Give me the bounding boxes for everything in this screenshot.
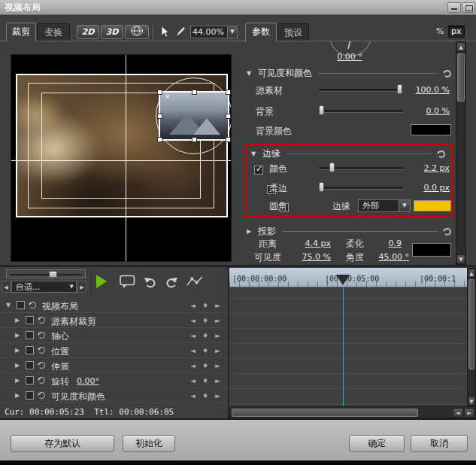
scroll-down-icon[interactable]: ▼ bbox=[468, 397, 475, 406]
handle-top-center[interactable] bbox=[192, 90, 197, 95]
ok-button[interactable]: 确定 bbox=[349, 435, 405, 452]
expand-icon[interactable]: ▶ bbox=[247, 228, 254, 235]
redo-button[interactable] bbox=[162, 275, 179, 290]
collapse-icon[interactable]: ▼ bbox=[6, 302, 11, 308]
expand-icon[interactable]: ▶ bbox=[15, 377, 20, 384]
next-keyframe-icon[interactable]: ► bbox=[215, 331, 220, 340]
tab-crop[interactable]: 裁剪 bbox=[6, 23, 36, 41]
comment-button[interactable] bbox=[117, 273, 137, 290]
cancel-button[interactable]: 取消 bbox=[411, 435, 468, 452]
row-checkbox[interactable] bbox=[26, 391, 34, 400]
background-slider[interactable] bbox=[319, 105, 403, 115]
row-checkbox[interactable] bbox=[26, 361, 34, 369]
reset-icon[interactable] bbox=[38, 392, 45, 399]
reset-icon[interactable] bbox=[444, 228, 451, 236]
tab-parameters[interactable]: 参数 bbox=[245, 23, 277, 41]
maximize-button[interactable] bbox=[462, 2, 475, 13]
reset-icon[interactable] bbox=[38, 377, 45, 384]
title-bar[interactable]: 视频布局 bbox=[0, 0, 476, 15]
slider-thumb[interactable] bbox=[329, 163, 335, 172]
collapse-icon[interactable]: ▼ bbox=[251, 150, 259, 157]
source-slider[interactable] bbox=[319, 84, 403, 94]
preset-prev-button[interactable]: ◀ bbox=[2, 281, 11, 293]
shadow-visibility-value[interactable]: 75.0 % bbox=[289, 252, 331, 262]
tree-row-visibility-color[interactable]: ▶ 可见度和颜色 ◄♦► bbox=[0, 388, 228, 403]
initialize-button[interactable]: 初始化 bbox=[123, 435, 175, 452]
tree-row-position[interactable]: ▶ 位置 ◄♦► bbox=[0, 343, 228, 358]
save-as-default-button[interactable]: 存为默认 bbox=[11, 435, 114, 452]
rotation-hot-value[interactable]: 0.00° bbox=[77, 376, 99, 386]
source-value[interactable]: 100.0 % bbox=[406, 85, 450, 95]
edge-mode-dropdown[interactable]: 外部 ▼ bbox=[358, 199, 411, 212]
tree-row-source-crop[interactable]: ▶ 源素材裁剪 ◄♦► bbox=[0, 313, 228, 328]
overlay-clip[interactable]: × bbox=[159, 91, 229, 141]
playhead-line[interactable] bbox=[343, 287, 344, 406]
scroll-up-icon[interactable]: ▲ bbox=[468, 269, 475, 278]
tree-row-stretch[interactable]: ▶ 伸展 ◄♦► bbox=[0, 358, 228, 373]
zoom-level-field[interactable]: 44.00% bbox=[190, 26, 228, 38]
reset-icon[interactable] bbox=[38, 317, 45, 324]
undo-button[interactable] bbox=[143, 275, 159, 290]
rotation-value[interactable]: 0.00 ° bbox=[316, 52, 384, 62]
add-keyframe-icon[interactable]: ♦ bbox=[202, 316, 208, 325]
handle-top-left[interactable] bbox=[157, 90, 162, 95]
add-keyframe-icon[interactable]: ♦ bbox=[202, 301, 208, 310]
unit-percent-toggle[interactable]: % bbox=[436, 26, 444, 36]
tree-row-rotation[interactable]: ▶ 旋转 0.00° ◄♦► bbox=[0, 373, 228, 388]
row-checkbox[interactable] bbox=[17, 301, 25, 309]
add-keyframe-icon[interactable]: ♦ bbox=[202, 331, 208, 340]
timeline-vscrollbar[interactable]: ▲ ▼ bbox=[467, 268, 476, 406]
timeline-ruler[interactable]: |00:00:00:00 |00:00:05:00 |00:00:1 bbox=[229, 268, 467, 287]
next-keyframe-icon[interactable]: ► bbox=[215, 391, 220, 400]
row-checkbox[interactable] bbox=[26, 316, 34, 324]
scrollbar-thumb[interactable] bbox=[457, 53, 465, 102]
background-value[interactable]: 0.0 % bbox=[406, 106, 450, 116]
reset-icon[interactable] bbox=[38, 362, 45, 369]
next-keyframe-icon[interactable]: ► bbox=[215, 301, 220, 310]
bg-color-swatch[interactable] bbox=[411, 124, 451, 135]
handle-mid-right[interactable] bbox=[226, 114, 231, 119]
reset-icon[interactable] bbox=[38, 347, 45, 354]
edge-color-swatch[interactable] bbox=[414, 200, 451, 211]
parameters-scrollbar[interactable]: ▲ ▼ bbox=[456, 41, 466, 265]
slider-thumb[interactable] bbox=[397, 84, 402, 94]
preview-canvas[interactable]: × bbox=[11, 54, 232, 262]
slider-thumb[interactable] bbox=[319, 182, 324, 192]
edge-color-value[interactable]: 2.2 px bbox=[406, 163, 450, 173]
scrollbar-thumb[interactable] bbox=[232, 409, 418, 417]
tab-transform[interactable]: 变换 bbox=[37, 23, 70, 41]
distance-value[interactable]: 4.4 px bbox=[289, 239, 331, 248]
handle-top-right[interactable] bbox=[226, 90, 231, 95]
add-keyframe-icon[interactable]: ♦ bbox=[202, 391, 208, 400]
soften-value[interactable]: 0.9 bbox=[374, 239, 402, 248]
next-keyframe-icon[interactable]: ► bbox=[215, 376, 220, 385]
scroll-right-icon[interactable]: ► bbox=[464, 408, 474, 418]
next-keyframe-icon[interactable]: ► bbox=[215, 316, 220, 325]
sphere-grid-button[interactable] bbox=[125, 25, 149, 39]
handle-bottom-right[interactable] bbox=[226, 137, 231, 142]
prev-keyframe-icon[interactable]: ◄ bbox=[190, 391, 196, 400]
collapse-icon[interactable]: ▼ bbox=[247, 70, 254, 77]
slider-thumb[interactable] bbox=[49, 271, 57, 278]
prev-keyframe-icon[interactable]: ◄ bbox=[190, 331, 196, 340]
prev-keyframe-icon[interactable]: ◄ bbox=[190, 301, 196, 310]
prev-keyframe-icon[interactable]: ◄ bbox=[190, 346, 196, 355]
prev-keyframe-icon[interactable]: ◄ bbox=[190, 316, 196, 325]
shadow-color-swatch[interactable] bbox=[412, 243, 451, 257]
expand-icon[interactable]: ▶ bbox=[15, 347, 20, 354]
edge-color-checkbox[interactable] bbox=[254, 166, 263, 175]
fit-preset-dropdown[interactable]: 自适... ▼ bbox=[11, 281, 77, 293]
expand-icon[interactable]: ▶ bbox=[15, 332, 20, 339]
angle-value[interactable]: 45.00 ° bbox=[367, 252, 409, 262]
row-checkbox[interactable] bbox=[26, 346, 34, 354]
reset-icon[interactable] bbox=[438, 150, 445, 158]
preset-next-button[interactable]: ▶ bbox=[77, 281, 86, 293]
edge-color-slider[interactable] bbox=[319, 163, 403, 172]
pen-tool-button[interactable] bbox=[173, 24, 189, 39]
expand-icon[interactable]: ▶ bbox=[15, 362, 20, 369]
playhead-marker[interactable] bbox=[336, 275, 350, 285]
reset-icon[interactable] bbox=[29, 302, 36, 308]
handle-mid-left[interactable] bbox=[157, 114, 162, 119]
add-keyframe-icon[interactable]: ♦ bbox=[202, 361, 208, 370]
next-keyframe-icon[interactable]: ► bbox=[215, 361, 220, 370]
